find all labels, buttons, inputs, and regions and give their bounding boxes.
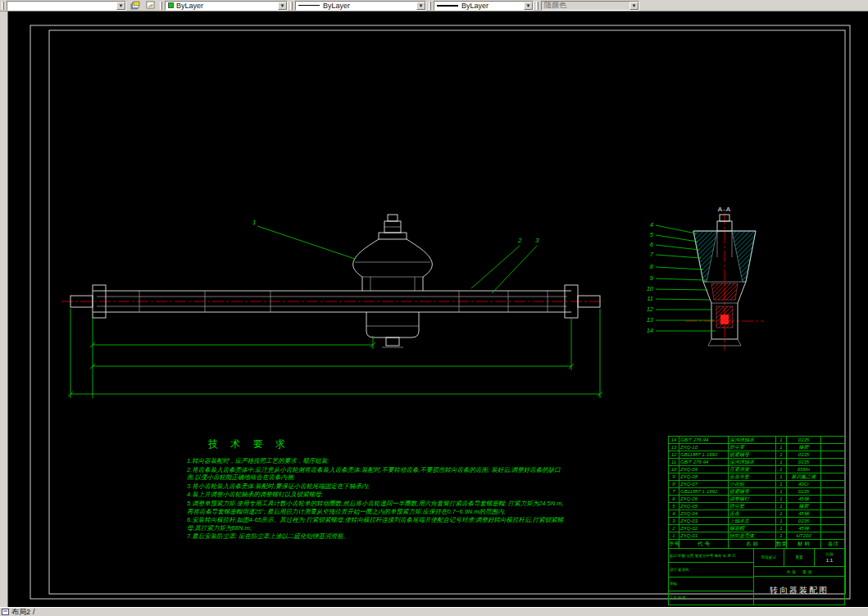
bom-row: 2 ZXQ-02 螺塞帽 1 45钢 bbox=[669, 525, 846, 532]
cyan-hatch-left bbox=[693, 231, 717, 282]
title-block: 标记 处数 分区 更改文件号 签名 年.月.日 设计 标准化 审核 工艺 批准 … bbox=[668, 548, 845, 605]
bom-cell-name: 上轴承盖 bbox=[729, 518, 776, 525]
bom-cell-material: 45钢 bbox=[787, 496, 821, 503]
bom-cell-code: ZXQ-07 bbox=[679, 481, 729, 488]
bom-cell-note bbox=[821, 473, 846, 481]
toolbar-grip[interactable] bbox=[536, 2, 539, 10]
bom-cell-qty: 1 bbox=[776, 481, 787, 488]
bom-cell-note bbox=[821, 488, 846, 496]
layout-tab[interactable]: 布局2 bbox=[11, 607, 30, 616]
chevron-down-icon[interactable]: ▼ bbox=[116, 2, 125, 10]
bom-header-material: 材 料 bbox=[787, 540, 821, 549]
bom-cell-material: 0235 bbox=[787, 459, 821, 466]
linetype-combo-value: ByLayer bbox=[323, 2, 350, 10]
bom-cell-material: 40Cr bbox=[787, 481, 821, 488]
color-combobox[interactable]: ByLayer ▼ bbox=[165, 1, 288, 11]
title-block-signoff: 标记 处数 分区 更改文件号 签名 年.月.日 设计 标准化 审核 工艺 批准 bbox=[669, 549, 754, 605]
lineweight-combo-value: ByLayer bbox=[461, 2, 489, 10]
technical-requirements-title: 技 术 要 求 bbox=[208, 437, 568, 451]
technical-requirements: 技 术 要 求 1.转向器装配时，应严格按照工艺的要求，顺序组装; 2.将齿条装… bbox=[187, 437, 568, 541]
bom-cell-name: 锁紧螺母 bbox=[729, 488, 776, 496]
bom-cell-index: 12 bbox=[669, 451, 679, 459]
bom-cell-material: 45钢 bbox=[787, 525, 821, 532]
bom-cell-material: 聚四氟乙烯 bbox=[787, 473, 821, 481]
title-block-row: 工艺 批准 bbox=[669, 591, 753, 605]
cyan-hatch-right bbox=[732, 231, 756, 282]
bom-cell-name: 锁紧螺母 bbox=[729, 451, 776, 459]
technical-requirement-line: 3.将小齿轮装入齿条壳体.装配时,要保证小齿轮尾端固定在下轴承内; bbox=[187, 482, 568, 491]
bom-cell-name: 防尘套 bbox=[729, 503, 776, 510]
title-block-row: 审核 bbox=[669, 578, 753, 591]
bom-header-qty: 数量 bbox=[776, 540, 787, 549]
sheet-total: 共 张 bbox=[787, 569, 796, 574]
lineweight-combobox[interactable]: ByLayer ▼ bbox=[434, 1, 534, 11]
technical-requirements-lines: 1.转向器装配时，应严格按照工艺的要求，顺序组装; 2.将齿条装入齿条壳体中,应… bbox=[187, 457, 568, 541]
bom-row: 4 ZXQ-04 齿条 1 45钢 bbox=[669, 510, 846, 518]
bom-cell-index: 5 bbox=[669, 503, 679, 510]
stage-label: 阶段标记 bbox=[761, 555, 776, 559]
bom-row: 12 GB11887.1-1992 锁紧螺母 1 0235 bbox=[669, 451, 846, 459]
bom-row: 11 GB/T 276-94 深沟球轴承 1 0235 bbox=[669, 459, 846, 466]
chevron-down-icon[interactable]: ▼ bbox=[416, 2, 425, 10]
bom-row: 10 ZXQ-09 压紧弹簧 1 65Mn bbox=[669, 466, 846, 473]
bom-cell-material: 45钢 bbox=[787, 510, 821, 518]
bom-table: 14 GB/T 276-94 深沟球轴承 1 0235 13 ZXQ-10 防尘… bbox=[668, 436, 845, 549]
bom-cell-qty: 1 bbox=[776, 473, 787, 481]
left-dock-strip bbox=[0, 11, 8, 607]
bom-header-note: 备注 bbox=[821, 540, 846, 549]
layer-combobox[interactable]: ▼ bbox=[7, 1, 126, 11]
bom-cell-name: 调整螺钉 bbox=[729, 496, 776, 503]
bom-cell-index: 8 bbox=[669, 481, 679, 488]
bom-row: 13 ZXQ-10 防尘罩 1 橡胶 bbox=[669, 444, 846, 451]
bom-cell-note bbox=[821, 532, 846, 540]
toolbar-grip[interactable] bbox=[2, 2, 4, 10]
toolbar-grip[interactable] bbox=[290, 2, 293, 10]
title-block-row: 标记 处数 分区 更改文件号 签名 年.月.日 bbox=[669, 549, 753, 563]
toolbar-grip[interactable] bbox=[429, 2, 431, 10]
bom-cell-qty: 1 bbox=[776, 437, 787, 444]
bom-cell-qty: 1 bbox=[776, 503, 787, 510]
chevron-down-icon[interactable]: ▼ bbox=[524, 2, 533, 10]
bom-row: 3 ZXQ-03 上轴承盖 1 0235 bbox=[669, 518, 846, 525]
object-properties-toolbar: ▼ ByLayer ▼ ByLayer ▼ bbox=[0, 0, 868, 11]
bom-cell-index: 14 bbox=[669, 437, 679, 444]
linetype-combobox[interactable]: ByLayer ▼ bbox=[295, 1, 426, 11]
chevron-down-icon[interactable]: ▼ bbox=[278, 2, 287, 10]
main-callouts: 1 2 3 bbox=[252, 219, 539, 293]
bom-cell-qty: 1 bbox=[776, 525, 787, 532]
toolbar-grip[interactable] bbox=[160, 2, 162, 10]
technical-requirement-line: 2.将齿条装入齿条壳体中,应注意从小齿轮侧将齿条装入齿条壳体.装配时,不要转动齿… bbox=[187, 466, 568, 482]
status-bar: 布局2 / bbox=[0, 607, 868, 616]
weight-label: 重量 bbox=[796, 555, 803, 559]
title-block-right: 阶段标记 重量 比例 1:1 共 张 第 张 转向器装配图 bbox=[754, 549, 844, 605]
bom-cell-note bbox=[821, 525, 846, 532]
bom-cell-qty: 1 bbox=[776, 444, 787, 451]
bom-cell-index: 13 bbox=[669, 444, 679, 451]
bom-cell-material: 65Mn bbox=[787, 466, 821, 473]
drawing-canvas[interactable]: 1 2 3 A-A bbox=[0, 11, 868, 607]
bom-cell-name: 压紧弹簧 bbox=[729, 466, 776, 473]
callout-label: 13 bbox=[647, 316, 654, 324]
callout-label: 1 bbox=[252, 219, 256, 226]
callout-label: 3 bbox=[535, 237, 539, 244]
bom-cell-material: 橡胶 bbox=[787, 503, 821, 510]
bom-cell-qty: 1 bbox=[776, 510, 787, 518]
bom-cell-code: GB/T 276-94 bbox=[679, 437, 729, 444]
bom-cell-note bbox=[821, 459, 846, 466]
bom-cell-material: 橡胶 bbox=[787, 444, 821, 451]
callout-label: 14 bbox=[647, 327, 653, 334]
bom-cell-code: GB/T 276-94 bbox=[679, 459, 729, 466]
bom-cell-note bbox=[821, 466, 846, 473]
bom-cell-qty: 1 bbox=[776, 496, 787, 503]
callout-label: 4 bbox=[650, 221, 653, 229]
bom-cell-index: 3 bbox=[669, 518, 679, 525]
layer-properties-button[interactable] bbox=[129, 1, 142, 11]
callout-label: 10 bbox=[647, 285, 654, 292]
make-object-layer-current-button[interactable] bbox=[144, 1, 157, 11]
technical-requirement-line: 1.转向器装配时，应严格按照工艺的要求，顺序组装; bbox=[187, 457, 568, 465]
callout-label: 5 bbox=[650, 231, 654, 238]
bom-cell-qty: 1 bbox=[776, 518, 787, 525]
pinion-housing bbox=[353, 215, 433, 347]
lineweight-sample-icon bbox=[437, 5, 458, 7]
technical-requirement-line: 7.最后安装防尘罩; 应在防尘罩上涂以二硫化钼锂基润滑脂。 bbox=[187, 532, 568, 541]
